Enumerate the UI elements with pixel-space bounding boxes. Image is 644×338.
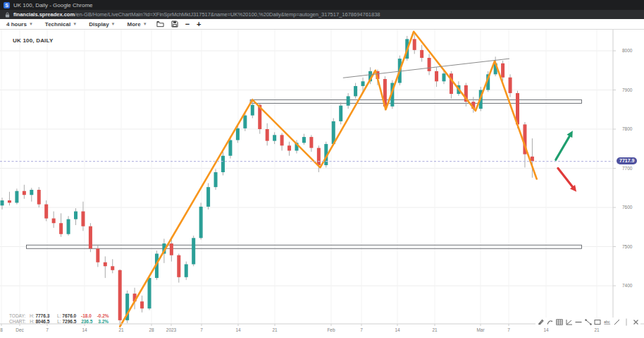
save-icon xyxy=(171,20,178,28)
chevron-down-icon: ▼ xyxy=(73,22,77,26)
today-change: -18.0 xyxy=(81,313,92,318)
url-domain: financials.spreadex.com xyxy=(13,11,75,18)
menu-timeframe[interactable]: 4 hours ▼ xyxy=(6,21,33,28)
svg-text:21: 21 xyxy=(432,327,438,332)
toolbar-separator xyxy=(623,318,630,326)
diagonal-line-tool-icon[interactable] xyxy=(613,318,620,326)
curve-tool-icon[interactable] xyxy=(547,318,554,326)
svg-text:Mar: Mar xyxy=(476,327,485,332)
angle-line-tool-icon[interactable] xyxy=(566,318,573,326)
chart-stats: TODAY: H: 7776.3 L: 7676.0 -18.0 -0.2% C… xyxy=(9,313,113,325)
svg-text:7900: 7900 xyxy=(622,87,633,92)
svg-text:14: 14 xyxy=(395,327,400,332)
horizontal-line-tool-icon[interactable] xyxy=(575,318,582,326)
svg-text:7500: 7500 xyxy=(622,244,633,249)
open-chart-button[interactable] xyxy=(156,20,164,28)
svg-text:7800: 7800 xyxy=(622,126,633,131)
svg-text:abc: abc xyxy=(604,320,610,324)
svg-text:7400: 7400 xyxy=(622,283,633,288)
menu-timeframe-label: 4 hours xyxy=(6,21,27,28)
stats-today-row: TODAY: H: 7776.3 L: 7676.0 -18.0 -0.2% xyxy=(9,313,113,319)
svg-text:8000: 8000 xyxy=(622,48,633,53)
chevron-down-icon: ▼ xyxy=(143,22,147,26)
svg-text:21: 21 xyxy=(594,327,600,332)
grid-tool-icon[interactable] xyxy=(556,318,563,326)
chart-change-pct: 3.2% xyxy=(98,319,109,324)
chart-symbol-label: UK 100, DAILY xyxy=(13,37,53,44)
svg-text:7700: 7700 xyxy=(622,166,633,171)
menu-technical-label: Technical xyxy=(45,21,70,28)
toolbar-icon-group: − + xyxy=(156,20,202,28)
menu-more-label: More xyxy=(128,21,141,28)
svg-text:28: 28 xyxy=(149,327,154,332)
svg-text:14: 14 xyxy=(235,327,241,332)
chart-toolbar: 4 hours ▼ Technical ▼ Display ▼ More ▼ −… xyxy=(0,19,644,30)
pointer-tool-icon[interactable] xyxy=(537,318,544,326)
svg-text:21: 21 xyxy=(272,327,278,332)
url-path: /en-GB/Home/LiveChartMain?id=XFinSprMchM… xyxy=(75,11,380,18)
svg-text:2023: 2023 xyxy=(166,327,177,332)
browser-titlebar: S UK 100, Daily - Google Chrome xyxy=(0,0,644,10)
trend-segment-tool-icon[interactable] xyxy=(585,318,592,326)
menu-display-label: Display xyxy=(89,21,109,28)
minus-icon: − xyxy=(185,20,190,28)
chevron-down-icon: ▼ xyxy=(111,22,116,26)
svg-text:8: 8 xyxy=(0,327,3,332)
zoom-in-button[interactable]: + xyxy=(197,20,201,28)
today-change-pct: -0.2% xyxy=(97,313,109,318)
save-chart-button[interactable] xyxy=(171,20,178,28)
svg-text:7: 7 xyxy=(46,327,49,332)
rectangle-tool-icon[interactable] xyxy=(594,318,601,326)
drawing-toolbar: abc xyxy=(535,318,640,327)
text-tool-icon[interactable]: abc xyxy=(604,318,611,326)
chevron-down-icon: ▼ xyxy=(29,22,33,26)
menu-more[interactable]: More ▼ xyxy=(128,21,147,28)
svg-text:7: 7 xyxy=(200,327,203,332)
window-title: UK 100, Daily - Google Chrome xyxy=(13,2,93,8)
lock-icon[interactable] xyxy=(5,12,10,18)
svg-text:Feb: Feb xyxy=(327,327,335,332)
svg-text:7: 7 xyxy=(360,327,363,332)
spreadex-favicon: S xyxy=(4,2,10,8)
folder-icon xyxy=(156,20,164,28)
svg-text:21: 21 xyxy=(118,327,124,332)
svg-text:7: 7 xyxy=(507,327,510,332)
current-price-badge: 7717.9 xyxy=(617,157,637,164)
chart-change: 236.5 xyxy=(81,319,92,324)
price-chart-canvas[interactable]: 800079007800770076007500740073008Dec7142… xyxy=(0,30,644,338)
menu-display[interactable]: Display ▼ xyxy=(89,21,115,28)
close-drawing-toolbar-icon[interactable] xyxy=(632,318,639,326)
svg-text:7600: 7600 xyxy=(622,205,633,210)
svg-text:14: 14 xyxy=(543,327,549,332)
svg-text:14: 14 xyxy=(82,327,87,332)
svg-text:Dec: Dec xyxy=(16,327,24,332)
url-bar[interactable]: financials.spreadex.com/en-GB/Home/LiveC… xyxy=(0,10,644,19)
plus-icon: + xyxy=(197,20,201,28)
stats-chart-row: CHART: H: 8046.5 L: 7296.5 236.5 3.2% xyxy=(9,319,113,325)
zoom-out-button[interactable]: − xyxy=(185,20,190,28)
menu-technical[interactable]: Technical ▼ xyxy=(45,21,77,28)
url-text: financials.spreadex.com/en-GB/Home/LiveC… xyxy=(13,11,380,18)
